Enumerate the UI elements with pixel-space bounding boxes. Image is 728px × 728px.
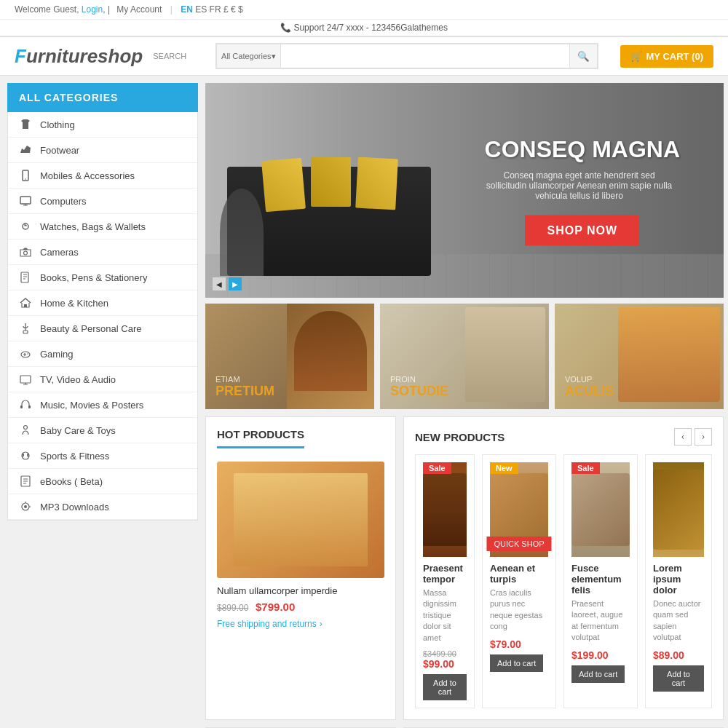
product-1-name: Praesent tempor (423, 563, 467, 585)
hero-cta-button[interactable]: SHOP NOW (525, 215, 639, 245)
mini-banner-3-main: ACULIS (565, 384, 614, 399)
hero-prev-button[interactable]: ◀ (213, 277, 226, 290)
lang-en[interactable]: EN (181, 4, 193, 15)
category-dropdown[interactable]: All Categories ▾ (217, 44, 280, 68)
dropdown-chevron-icon: ▾ (272, 52, 276, 61)
product-2-add-to-cart[interactable]: Add to cart (490, 654, 543, 672)
sidebar-item-home[interactable]: Home & Kitchen (8, 290, 197, 316)
lang-fr[interactable]: FR (210, 4, 221, 15)
sidebar-item-label: Music, Movies & Posters (40, 400, 143, 411)
svg-rect-12 (28, 405, 31, 408)
sidebar-item-sports[interactable]: Sports & Fitness (8, 443, 197, 469)
currency-gbp[interactable]: £ (223, 4, 229, 15)
headphone-icon (18, 399, 33, 411)
product-2-quick-shop[interactable]: QUICK SHOP (486, 537, 551, 551)
sidebar-item-computers[interactable]: Computers (8, 189, 197, 214)
hot-products-section: HOT PRODUCTS Nullam ullamcorper imperdie… (205, 416, 396, 720)
product-4-add-to-cart[interactable]: Add to cart (653, 665, 704, 692)
sidebar-item-cameras[interactable]: Cameras (8, 240, 197, 265)
sidebar-item-ebooks[interactable]: eBooks ( Beta) (8, 469, 197, 494)
tv-icon (18, 373, 33, 385)
product-1-price-row: $3499.00 (423, 649, 467, 658)
product-2-price-new-row: $79.00 (490, 638, 548, 650)
sidebar-item-label: Books, Pens & Stationery (40, 272, 147, 283)
product-4-price-new-row: $89.00 (653, 649, 704, 661)
mini-banner-2-main: SOTUDIE (390, 384, 448, 399)
hot-product-shipping[interactable]: Free shipping and returns › (217, 619, 384, 629)
product-card-1: Sale Praesent tempor Massa dignissim tri… (415, 454, 475, 708)
mini-banner-2[interactable]: PROIN SOTUDIE (380, 304, 549, 409)
mini-banner-1-main: PRETIUM (215, 384, 274, 399)
hot-products-title: HOT PRODUCTS (217, 428, 304, 448)
product-card-4: Lorem ipsum dolor Donec auctor quam sed … (645, 454, 712, 708)
product-3-add-to-cart[interactable]: Add to cart (571, 665, 625, 683)
sports-icon (18, 450, 33, 462)
hero-slider: CONSEQ MAGNA Conseq magna eget ante hend… (205, 83, 724, 298)
beauty-icon (18, 323, 33, 334)
sidebar-item-label: Footwear (40, 145, 79, 156)
cart-button[interactable]: 🛒 MY CART (0) (620, 45, 713, 68)
main-wrapper: ALL CATEGORIES Clothing Footwear Mobiles… (0, 76, 728, 728)
product-1-image (423, 462, 467, 557)
product-4-desc: Donec auctor quam sed sapien volutpat (653, 598, 704, 644)
sep1: | (108, 4, 110, 15)
sidebar-item-watches[interactable]: Watches, Bags & Wallets (8, 214, 197, 240)
mini-banners: ETIAM PRETIUM PROIN SOTUDIE VOLUP ACULIS (205, 304, 724, 409)
sidebar-item-gaming[interactable]: Gaming (8, 341, 197, 367)
product-card-3: Sale Fusce elementum felis Praesent laor… (563, 454, 638, 708)
search-button[interactable]: 🔍 (569, 44, 597, 68)
hero-title: CONSEQ MAGNA (485, 135, 680, 162)
welcome-label: Welcome Guest, (15, 4, 79, 15)
sidebar-item-baby[interactable]: Baby Care & Toys (8, 418, 197, 443)
currency-eur[interactable]: € (231, 4, 236, 15)
sidebar-header: ALL CATEGORIES (7, 83, 198, 112)
home-icon (18, 297, 33, 309)
search-input[interactable] (281, 44, 569, 68)
product-4-name: Lorem ipsum dolor (653, 563, 704, 596)
site-logo[interactable]: Furnitureshop (15, 45, 143, 68)
product-1-badge: Sale (423, 462, 451, 474)
my-account-link[interactable]: My Account (116, 4, 162, 15)
phone-icon: 📞 (280, 23, 291, 33)
logo-f: F (15, 45, 26, 67)
new-products-prev-button[interactable]: ‹ (674, 428, 692, 446)
hot-product-price-new: $799.00 (256, 601, 295, 613)
cart-icon: 🛒 (630, 51, 642, 62)
hero-next-button[interactable]: ▶ (229, 277, 242, 290)
sidebar-item-tv[interactable]: TV, Video & Audio (8, 367, 197, 392)
sidebar-item-mobiles[interactable]: Mobiles & Accessories (8, 163, 197, 189)
top-bar: Welcome Guest, Login, | My Account | EN … (0, 0, 728, 20)
shoe-icon (18, 144, 33, 156)
product-2-name: Aenean et turpis (490, 563, 548, 585)
currency-usd[interactable]: $ (238, 4, 243, 15)
sidebar-item-label: Watches, Bags & Wallets (40, 221, 146, 232)
sidebar-item-label: MP3 Downloads (40, 502, 109, 513)
sidebar-item-label: Sports & Fitness (40, 451, 109, 462)
site-header: Furnitureshop SEARCH All Categories ▾ 🔍 … (0, 37, 728, 76)
mini-banner-3[interactable]: VOLUP ACULIS (555, 304, 724, 409)
product-1-add-to-cart[interactable]: Add to cart (423, 674, 467, 700)
sidebar-item-mp3[interactable]: MP3 Downloads (8, 494, 197, 520)
sidebar-item-clothing[interactable]: Clothing (8, 112, 197, 138)
new-products-next-button[interactable]: › (695, 428, 712, 446)
sidebar-item-footwear[interactable]: Footwear (8, 138, 197, 163)
support-text: Support 24/7 xxxx - 123456Galathemes (293, 23, 447, 33)
product-2-image: QUICK SHOP (490, 462, 548, 557)
hot-product-price-old: $899.00 (217, 603, 248, 613)
svg-point-3 (23, 223, 28, 229)
login-link[interactable]: Login (82, 4, 103, 15)
sidebar-item-music[interactable]: Music, Movies & Posters (8, 392, 197, 418)
sidebar-item-books[interactable]: Books, Pens & Stationery (8, 265, 197, 290)
hero-navigation: ◀ ▶ (213, 277, 242, 290)
mini-banner-1[interactable]: ETIAM PRETIUM (205, 304, 374, 409)
lang-es[interactable]: ES (195, 4, 207, 15)
product-card-2: New QUICK SHOP Aenean et turpis Cras iac… (482, 454, 556, 708)
new-products-nav: ‹ › (674, 428, 712, 446)
product-3-price-new-row: $199.00 (571, 649, 630, 661)
sidebar-item-label: Cameras (40, 247, 79, 258)
svg-point-13 (24, 426, 28, 430)
mini-banner-3-label: VOLUP ACULIS (565, 375, 614, 399)
product-4-image (653, 462, 704, 557)
sidebar-item-beauty[interactable]: Beauty & Personal Care (8, 316, 197, 341)
camera-icon (18, 246, 33, 258)
